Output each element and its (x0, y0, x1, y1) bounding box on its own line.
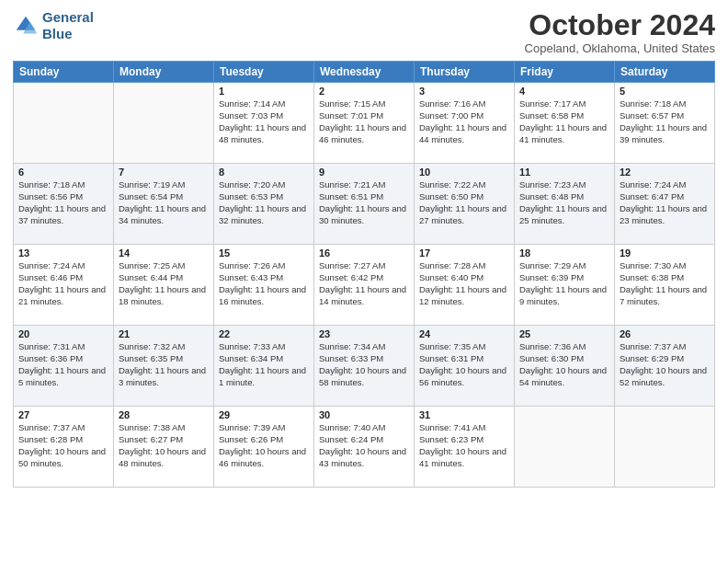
week-row-2: 6Sunrise: 7:18 AM Sunset: 6:56 PM Daylig… (14, 164, 715, 245)
day-number: 7 (119, 167, 209, 178)
day-info: Sunrise: 7:39 AM Sunset: 6:26 PM Dayligh… (219, 422, 309, 469)
calendar-cell: 9Sunrise: 7:21 AM Sunset: 6:51 PM Daylig… (314, 164, 415, 245)
col-header-saturday: Saturday (615, 62, 715, 83)
calendar-cell: 22Sunrise: 7:33 AM Sunset: 6:34 PM Dayli… (214, 326, 314, 407)
day-info: Sunrise: 7:20 AM Sunset: 6:53 PM Dayligh… (219, 179, 309, 226)
calendar-cell (114, 83, 214, 164)
day-info: Sunrise: 7:25 AM Sunset: 6:44 PM Dayligh… (119, 260, 209, 307)
logo-line1: General (42, 9, 94, 26)
calendar-cell: 1Sunrise: 7:14 AM Sunset: 7:03 PM Daylig… (214, 83, 314, 164)
calendar-cell: 20Sunrise: 7:31 AM Sunset: 6:36 PM Dayli… (14, 326, 114, 407)
col-header-thursday: Thursday (415, 62, 515, 83)
day-number: 17 (419, 247, 509, 259)
calendar-cell: 11Sunrise: 7:23 AM Sunset: 6:48 PM Dayli… (515, 164, 615, 245)
calendar-cell (615, 407, 715, 488)
calendar-cell: 18Sunrise: 7:29 AM Sunset: 6:39 PM Dayli… (515, 245, 615, 326)
calendar-cell: 23Sunrise: 7:34 AM Sunset: 6:33 PM Dayli… (314, 326, 415, 407)
calendar-cell: 24Sunrise: 7:35 AM Sunset: 6:31 PM Dayli… (415, 326, 515, 407)
day-info: Sunrise: 7:16 AM Sunset: 7:00 PM Dayligh… (419, 98, 509, 145)
week-row-5: 27Sunrise: 7:37 AM Sunset: 6:28 PM Dayli… (14, 407, 715, 488)
calendar-cell: 26Sunrise: 7:37 AM Sunset: 6:29 PM Dayli… (615, 326, 715, 407)
calendar-cell (14, 83, 114, 164)
day-number: 28 (119, 409, 209, 420)
day-info: Sunrise: 7:38 AM Sunset: 6:27 PM Dayligh… (119, 422, 209, 469)
month-title: October 2024 (525, 9, 715, 41)
day-number: 3 (419, 86, 509, 97)
day-info: Sunrise: 7:37 AM Sunset: 6:28 PM Dayligh… (18, 422, 108, 469)
calendar-cell: 27Sunrise: 7:37 AM Sunset: 6:28 PM Dayli… (14, 407, 114, 488)
calendar-cell: 7Sunrise: 7:19 AM Sunset: 6:54 PM Daylig… (114, 164, 214, 245)
day-number: 12 (620, 167, 710, 178)
day-info: Sunrise: 7:33 AM Sunset: 6:34 PM Dayligh… (219, 341, 309, 388)
day-number: 26 (620, 328, 710, 339)
title-block: October 2024 Copeland, Oklahoma, United … (525, 9, 715, 55)
day-number: 24 (419, 328, 509, 339)
calendar-cell: 2Sunrise: 7:15 AM Sunset: 7:01 PM Daylig… (314, 83, 415, 164)
week-row-4: 20Sunrise: 7:31 AM Sunset: 6:36 PM Dayli… (14, 326, 715, 407)
calendar-cell: 13Sunrise: 7:24 AM Sunset: 6:46 PM Dayli… (14, 245, 114, 326)
calendar-cell: 19Sunrise: 7:30 AM Sunset: 6:38 PM Dayli… (615, 245, 715, 326)
col-header-tuesday: Tuesday (214, 62, 314, 83)
day-number: 20 (18, 328, 108, 339)
day-info: Sunrise: 7:35 AM Sunset: 6:31 PM Dayligh… (419, 341, 509, 388)
day-info: Sunrise: 7:40 AM Sunset: 6:24 PM Dayligh… (319, 422, 409, 469)
calendar-cell: 31Sunrise: 7:41 AM Sunset: 6:23 PM Dayli… (415, 407, 515, 488)
day-number: 19 (620, 247, 710, 259)
col-header-monday: Monday (114, 62, 214, 83)
calendar-cell: 14Sunrise: 7:25 AM Sunset: 6:44 PM Dayli… (114, 245, 214, 326)
logo-icon (13, 13, 39, 39)
day-info: Sunrise: 7:24 AM Sunset: 6:46 PM Dayligh… (18, 260, 108, 307)
week-row-3: 13Sunrise: 7:24 AM Sunset: 6:46 PM Dayli… (14, 245, 715, 326)
day-number: 21 (119, 328, 209, 339)
calendar-cell: 12Sunrise: 7:24 AM Sunset: 6:47 PM Dayli… (615, 164, 715, 245)
calendar-cell: 10Sunrise: 7:22 AM Sunset: 6:50 PM Dayli… (415, 164, 515, 245)
logo: General Blue (13, 9, 94, 42)
day-number: 16 (319, 247, 409, 259)
page: General Blue October 2024 Copeland, Okla… (0, 0, 728, 563)
day-info: Sunrise: 7:27 AM Sunset: 6:42 PM Dayligh… (319, 260, 409, 307)
day-number: 1 (219, 86, 309, 97)
calendar-cell: 28Sunrise: 7:38 AM Sunset: 6:27 PM Dayli… (114, 407, 214, 488)
day-info: Sunrise: 7:34 AM Sunset: 6:33 PM Dayligh… (319, 341, 409, 388)
calendar-table: SundayMondayTuesdayWednesdayThursdayFrid… (13, 61, 715, 488)
calendar-cell: 30Sunrise: 7:40 AM Sunset: 6:24 PM Dayli… (314, 407, 415, 488)
day-number: 8 (219, 167, 309, 178)
day-info: Sunrise: 7:24 AM Sunset: 6:47 PM Dayligh… (620, 179, 710, 226)
day-number: 25 (519, 328, 609, 339)
logo-line2: Blue (42, 26, 94, 42)
day-info: Sunrise: 7:37 AM Sunset: 6:29 PM Dayligh… (620, 341, 710, 388)
col-header-sunday: Sunday (14, 62, 114, 83)
day-number: 22 (219, 328, 309, 339)
day-info: Sunrise: 7:18 AM Sunset: 6:56 PM Dayligh… (18, 179, 108, 226)
col-header-wednesday: Wednesday (314, 62, 415, 83)
day-info: Sunrise: 7:41 AM Sunset: 6:23 PM Dayligh… (419, 422, 509, 469)
day-number: 15 (219, 247, 309, 259)
day-info: Sunrise: 7:19 AM Sunset: 6:54 PM Dayligh… (119, 179, 209, 226)
calendar-cell: 5Sunrise: 7:18 AM Sunset: 6:57 PM Daylig… (615, 83, 715, 164)
day-number: 5 (620, 86, 710, 97)
day-info: Sunrise: 7:36 AM Sunset: 6:30 PM Dayligh… (519, 341, 609, 388)
day-info: Sunrise: 7:30 AM Sunset: 6:38 PM Dayligh… (620, 260, 710, 307)
day-info: Sunrise: 7:32 AM Sunset: 6:35 PM Dayligh… (119, 341, 209, 388)
day-number: 4 (519, 86, 609, 97)
calendar-cell: 16Sunrise: 7:27 AM Sunset: 6:42 PM Dayli… (314, 245, 415, 326)
day-number: 10 (419, 167, 509, 178)
day-number: 13 (18, 247, 108, 259)
calendar-cell: 25Sunrise: 7:36 AM Sunset: 6:30 PM Dayli… (515, 326, 615, 407)
day-number: 14 (119, 247, 209, 259)
calendar-cell: 6Sunrise: 7:18 AM Sunset: 6:56 PM Daylig… (14, 164, 114, 245)
day-info: Sunrise: 7:31 AM Sunset: 6:36 PM Dayligh… (18, 341, 108, 388)
day-info: Sunrise: 7:21 AM Sunset: 6:51 PM Dayligh… (319, 179, 409, 226)
day-info: Sunrise: 7:15 AM Sunset: 7:01 PM Dayligh… (319, 98, 409, 145)
day-number: 2 (319, 86, 409, 97)
day-info: Sunrise: 7:26 AM Sunset: 6:43 PM Dayligh… (219, 260, 309, 307)
day-number: 11 (519, 167, 609, 178)
day-number: 18 (519, 247, 609, 259)
logo-text: General Blue (42, 9, 94, 42)
day-number: 30 (319, 409, 409, 420)
calendar-cell: 3Sunrise: 7:16 AM Sunset: 7:00 PM Daylig… (415, 83, 515, 164)
calendar-cell: 8Sunrise: 7:20 AM Sunset: 6:53 PM Daylig… (214, 164, 314, 245)
week-row-1: 1Sunrise: 7:14 AM Sunset: 7:03 PM Daylig… (14, 83, 715, 164)
day-info: Sunrise: 7:22 AM Sunset: 6:50 PM Dayligh… (419, 179, 509, 226)
day-info: Sunrise: 7:29 AM Sunset: 6:39 PM Dayligh… (519, 260, 609, 307)
